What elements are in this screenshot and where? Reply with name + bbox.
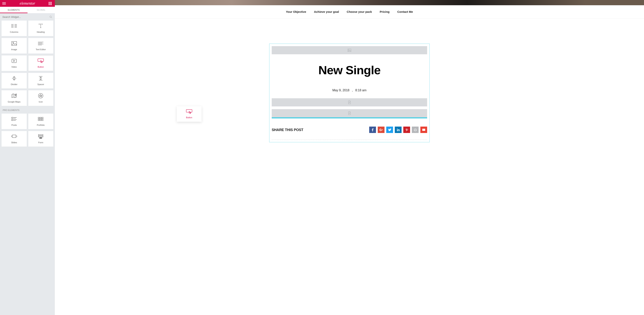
svg-marker-40 — [40, 77, 42, 78]
svg-marker-41 — [40, 79, 42, 80]
drop-target[interactable] — [272, 109, 427, 118]
svg-marker-36 — [13, 76, 15, 77]
widget-label: Heading — [37, 31, 45, 33]
posts-icon — [12, 116, 17, 122]
share-facebook[interactable] — [369, 126, 376, 133]
nav-link[interactable]: Contact Me — [397, 10, 413, 14]
svg-point-66 — [349, 50, 349, 50]
slides-icon — [11, 134, 17, 139]
text-editor-icon — [38, 41, 44, 46]
widget-divider[interactable]: Divider — [2, 73, 27, 88]
widget-label: Google Maps — [8, 100, 20, 103]
widget-google-maps[interactable]: Google Maps — [2, 90, 27, 106]
svg-point-28 — [13, 42, 14, 43]
widget-heading[interactable]: Heading — [28, 20, 54, 36]
apps-icon[interactable] — [49, 2, 52, 5]
svg-rect-64 — [40, 138, 42, 138]
svg-rect-11 — [51, 4, 52, 5]
widget-button[interactable]: Button — [28, 56, 54, 71]
svg-rect-62 — [38, 134, 43, 136]
widget-form[interactable]: Form — [28, 131, 54, 146]
share-email[interactable] — [420, 126, 427, 133]
pro-section-heading: PRO ELEMENTS — [2, 108, 53, 114]
widget-portfolio[interactable]: Portfolio — [28, 114, 54, 129]
facebook-icon — [372, 128, 374, 132]
post-meta[interactable]: May 9, 2018 , 8:18 am — [272, 88, 427, 92]
svg-rect-58 — [38, 119, 40, 120]
widget-text-editor[interactable]: Text Editor — [28, 38, 54, 54]
panel-tabs: ELEMENTS GLOBAL — [0, 7, 55, 13]
search-icon[interactable] — [50, 16, 52, 18]
svg-rect-57 — [42, 117, 44, 119]
nav-link[interactable]: Pricing — [380, 10, 390, 14]
site-nav: Your Objective Achieve your goal Choose … — [55, 5, 644, 18]
button-icon — [38, 58, 44, 64]
svg-rect-10 — [50, 4, 50, 5]
brand-logo: elementor — [6, 1, 49, 6]
divider-icon — [12, 76, 17, 81]
post-time: 8:18 am — [355, 88, 366, 92]
widget-label: Slides — [11, 141, 17, 144]
document-icon — [348, 112, 351, 115]
svg-rect-5 — [51, 2, 52, 3]
widget-label: Text Editor — [36, 48, 46, 50]
svg-rect-56 — [40, 117, 42, 119]
googleplus-icon — [380, 129, 383, 131]
svg-rect-2 — [2, 4, 6, 4]
menu-icon[interactable] — [2, 2, 6, 5]
elementor-section[interactable]: New Single May 9, 2018 , 8:18 am — [269, 44, 430, 142]
share-googleplus[interactable] — [378, 126, 384, 133]
linkedin-icon — [397, 128, 400, 131]
nav-link[interactable]: Achieve your goal — [314, 10, 339, 14]
svg-point-45 — [15, 94, 16, 96]
editor-canvas[interactable]: Your Objective Achieve your goal Choose … — [55, 0, 644, 315]
print-icon — [414, 128, 417, 131]
heading-icon — [38, 24, 44, 28]
svg-marker-38 — [13, 79, 15, 80]
nav-link[interactable]: Your Objective — [286, 10, 306, 14]
widget-slides[interactable]: Slides — [2, 131, 27, 146]
widget-label: Image — [11, 48, 17, 50]
widget-posts[interactable]: Posts — [2, 114, 27, 129]
tab-elements[interactable]: ELEMENTS — [0, 7, 28, 13]
share-icons — [369, 126, 427, 133]
featured-image-placeholder[interactable] — [272, 46, 427, 54]
share-pinterest[interactable] — [403, 126, 410, 133]
svg-rect-52 — [12, 120, 13, 120]
svg-rect-6 — [49, 3, 50, 4]
svg-rect-63 — [38, 136, 43, 137]
document-icon — [348, 100, 351, 104]
nav-link[interactable]: Choose your pack — [347, 10, 372, 14]
svg-rect-0 — [2, 2, 6, 3]
svg-line-13 — [51, 17, 52, 18]
tab-global[interactable]: GLOBAL — [28, 7, 55, 13]
widget-spacer[interactable]: Spacer — [28, 73, 54, 88]
dotted-divider — [272, 140, 427, 140]
video-icon — [12, 58, 17, 64]
post-date: May 9, 2018 — [332, 88, 350, 92]
widget-image[interactable]: Image — [2, 38, 27, 54]
svg-rect-33 — [12, 59, 16, 62]
widget-columns[interactable]: Columns — [2, 20, 27, 36]
email-icon — [422, 129, 425, 131]
svg-rect-8 — [51, 3, 52, 4]
widget-label: Columns — [10, 31, 18, 33]
svg-point-12 — [50, 16, 51, 18]
share-twitter[interactable] — [386, 126, 393, 133]
svg-rect-1 — [2, 3, 6, 4]
widget-icon[interactable]: Icon — [28, 90, 54, 106]
form-icon — [38, 134, 43, 139]
search-bar — [0, 13, 55, 20]
svg-rect-61 — [12, 135, 16, 138]
content-placeholder[interactable] — [272, 98, 427, 106]
share-linkedin[interactable] — [395, 126, 402, 133]
widget-list: Columns Heading Image — [0, 20, 55, 315]
widget-video[interactable]: Video — [2, 56, 27, 71]
share-print[interactable] — [412, 126, 418, 133]
svg-marker-48 — [39, 94, 42, 97]
svg-rect-9 — [49, 4, 50, 5]
search-input[interactable] — [2, 16, 52, 18]
widget-label: Icon — [39, 100, 43, 103]
post-title[interactable]: New Single — [272, 63, 427, 77]
image-icon — [12, 41, 17, 46]
